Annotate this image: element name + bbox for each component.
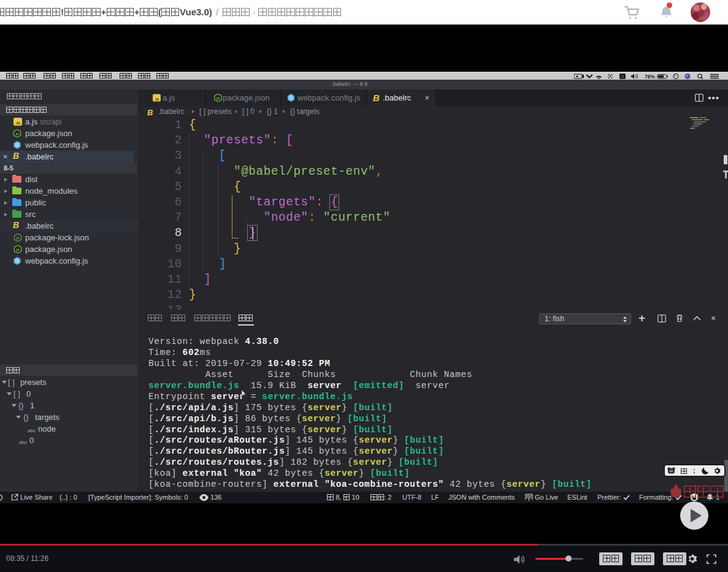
svg-text:js: js [16, 236, 20, 240]
svg-text:76%: 76% [645, 74, 655, 79]
svg-text:JS: JS [155, 97, 159, 101]
svg-text:du: du [670, 469, 673, 473]
svg-text:JS: JS [16, 121, 20, 125]
svg-text:js: js [16, 248, 20, 251]
svg-text:□: □ [621, 74, 624, 78]
svg-text:js: js [15, 132, 19, 135]
svg-text:js: js [216, 96, 220, 100]
